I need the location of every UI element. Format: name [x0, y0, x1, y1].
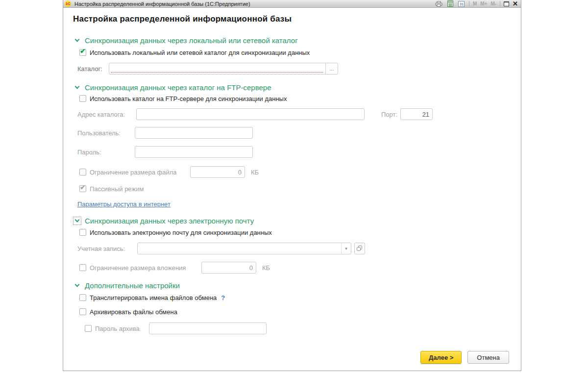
use-local-catalog-checkbox[interactable]: ✔ — [79, 49, 86, 56]
ftp-user-input[interactable] — [135, 127, 253, 139]
dialog-window: 1С Настройка распределенной информационн… — [63, 0, 521, 371]
open-window-icon — [357, 246, 363, 251]
section-ftp-title: Синхронизация данных через каталог на FT… — [85, 83, 271, 92]
email-attach-limit-row: Ограничение размера вложения КБ — [79, 262, 521, 274]
ftp-address-label: Адрес каталога: — [77, 111, 136, 118]
email-attach-input[interactable] — [201, 262, 256, 274]
ftp-passive-checkbox[interactable]: ✔ — [79, 185, 86, 192]
archive-password-row: Пароль архива — [85, 323, 521, 334]
print-icon[interactable] — [435, 0, 443, 7]
ftp-password-row: Пароль: — [77, 146, 521, 158]
ftp-user-row: Пользователь: — [77, 127, 521, 139]
ftp-filesize-input[interactable] — [190, 166, 245, 178]
memory-m-minus-button[interactable]: M- — [490, 0, 496, 8]
window-title: Настройка распределенной информационной … — [74, 0, 435, 8]
translit-label: Транслитерировать имена файлов обмена — [90, 294, 217, 301]
archive-password-label: Пароль архива — [95, 325, 149, 332]
archive-row: Архивировать файлы обмена — [79, 308, 521, 316]
chevron-down-icon[interactable] — [74, 282, 80, 289]
internet-access-params-link[interactable]: Параметры доступа в интернет — [77, 200, 171, 208]
memory-m-plus-button[interactable]: M+ — [480, 0, 487, 8]
archive-checkbox[interactable] — [79, 308, 86, 315]
translit-row: Транслитерировать имена файлов обмена ? — [79, 294, 521, 301]
use-local-catalog-label: Использовать локальный или сетевой катал… — [90, 49, 310, 56]
chevron-down-icon[interactable] — [74, 37, 80, 44]
translit-checkbox[interactable] — [79, 294, 86, 301]
check-icon: ✔ — [80, 183, 86, 191]
section-ftp-header[interactable]: Синхронизация данных через каталог на FT… — [74, 83, 521, 92]
account-dropdown-button[interactable]: ▾ — [341, 243, 351, 254]
page-title: Настройка распределенной информационной … — [73, 14, 521, 24]
use-email-row: Использовать электронную почту для синхр… — [79, 228, 521, 236]
catalog-field-group: ... — [109, 63, 338, 75]
use-ftp-label: Использовать каталог на FTP-сервере для … — [90, 95, 287, 102]
ftp-port-input[interactable] — [400, 108, 433, 120]
email-account-row: Учетная запись: ▾ — [77, 243, 521, 254]
section-extra-title: Дополнительные настройки — [85, 281, 180, 290]
ftp-password-input[interactable] — [135, 146, 253, 158]
catalog-label: Каталог: — [77, 65, 109, 73]
chevron-down-icon[interactable] — [74, 84, 80, 91]
account-open-button[interactable] — [354, 243, 365, 254]
email-attach-unit: КБ — [262, 264, 270, 272]
calendar-icon[interactable]: 31 — [458, 0, 466, 7]
browse-button[interactable]: ... — [325, 63, 338, 74]
archive-password-input[interactable] — [149, 323, 267, 334]
email-account-input[interactable] — [138, 243, 341, 254]
cancel-button[interactable]: Отмена — [467, 351, 509, 364]
close-button[interactable]: ✕ — [513, 0, 518, 7]
section-local-header[interactable]: Синхронизация данных через локальный или… — [74, 36, 521, 45]
next-button[interactable]: Далее > — [420, 351, 462, 364]
catalog-row: Каталог: ... — [77, 63, 521, 75]
help-icon[interactable]: ? — [221, 294, 225, 301]
archive-password-checkbox[interactable] — [85, 325, 92, 332]
section-extra-header[interactable]: Дополнительные настройки — [74, 281, 521, 290]
section-local-title: Синхронизация данных через локальный или… — [85, 36, 298, 45]
ftp-filesize-unit: КБ — [251, 169, 259, 176]
ftp-user-label: Пользователь: — [77, 129, 135, 137]
ftp-filesize-limit-label: Ограничение размера файла — [90, 169, 190, 176]
ftp-port-label: Порт: — [381, 111, 397, 118]
ftp-passive-row: ✔ Пассивный режим — [79, 185, 521, 193]
ftp-address-input[interactable] — [136, 108, 365, 120]
titlebar: 1С Настройка распределенной информационн… — [63, 0, 521, 8]
section-email-header[interactable]: Синхронизация данных через электронную п… — [74, 216, 521, 225]
ftp-address-row: Адрес каталога: Порт: — [77, 108, 521, 120]
section-email-title: Синхронизация данных через электронную п… — [85, 217, 254, 225]
email-account-field-group: ▾ — [137, 243, 351, 254]
use-local-catalog-row: ✔ Использовать локальный или сетевой кат… — [79, 49, 521, 56]
maximize-button[interactable] — [504, 1, 509, 6]
use-email-checkbox[interactable] — [79, 229, 86, 236]
titlebar-separator — [469, 1, 469, 6]
use-ftp-checkbox[interactable] — [79, 95, 86, 102]
email-account-label: Учетная запись: — [77, 245, 137, 252]
ftp-filesize-row: Ограничение размера файла КБ — [79, 166, 521, 178]
dialog-footer: Далее > Отмена — [420, 351, 509, 364]
ftp-passive-label: Пассивный режим — [90, 185, 144, 193]
catalog-input[interactable] — [109, 63, 325, 74]
memory-m-button[interactable]: M — [473, 0, 477, 8]
email-attach-limit-checkbox[interactable] — [79, 264, 86, 271]
email-attach-limit-label: Ограничение размера вложения — [90, 264, 201, 272]
chevron-down-icon[interactable] — [74, 218, 80, 224]
1c-logo-icon: 1С — [65, 0, 71, 7]
use-email-label: Использовать электронную почту для синхр… — [90, 229, 272, 236]
use-ftp-row: Использовать каталог на FTP-сервере для … — [79, 95, 521, 102]
titlebar-separator — [500, 1, 500, 6]
ftp-password-label: Пароль: — [77, 149, 135, 156]
archive-label: Архивировать файлы обмена — [90, 308, 177, 316]
calculator-icon[interactable] — [446, 0, 454, 7]
ftp-filesize-limit-checkbox[interactable] — [79, 169, 86, 175]
check-icon: ✔ — [80, 47, 86, 55]
